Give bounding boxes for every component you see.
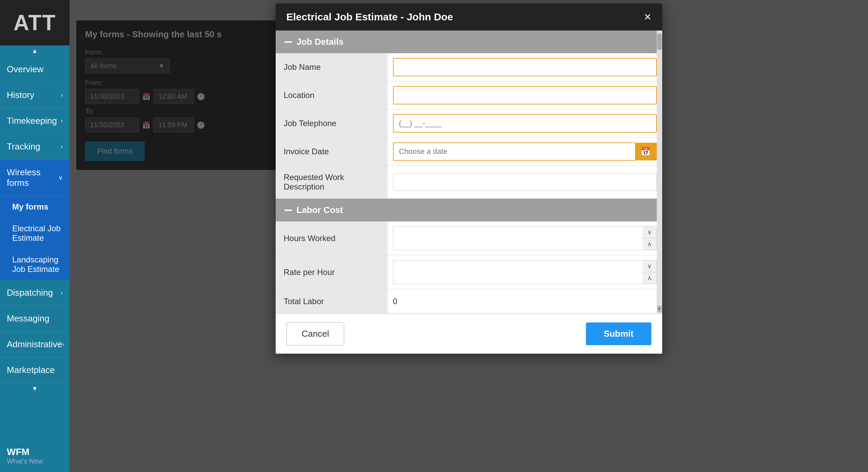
rate-per-hour-field: ∨ ∧ (388, 255, 662, 289)
sidebar-item-label: Tracking (7, 141, 40, 152)
sidebar-scroll-down[interactable]: ▼ (0, 383, 70, 394)
collapse-icon[interactable] (284, 210, 292, 211)
modal-scrollbar[interactable]: ▼ (657, 31, 662, 314)
rate-per-hour-spinner: ∨ ∧ (643, 260, 657, 284)
sidebar-item-dispatching[interactable]: Dispatching › (0, 280, 70, 306)
sidebar-item-label: History (7, 90, 34, 100)
hours-worked-field: ∨ ∧ (388, 221, 662, 255)
sidebar-sub-electrical-job-estimate[interactable]: Electrical Job Estimate (0, 218, 70, 249)
invoice-date-row: Invoice Date 📅 (276, 138, 662, 166)
invoice-date-label: Invoice Date (276, 138, 388, 165)
sidebar-bottom: WFM What's New (0, 440, 70, 472)
requested-work-label: Requested Work Description (276, 166, 388, 198)
modal-footer: Cancel Submit (276, 314, 662, 354)
rate-per-hour-up-button[interactable]: ∧ (643, 272, 656, 284)
job-telephone-label: Job Telephone (276, 110, 388, 137)
modal-dialog: Electrical Job Estimate - John Doe × Job… (276, 3, 662, 354)
sidebar-item-label: Overview (7, 64, 43, 75)
chevron-right-icon: › (61, 143, 63, 150)
main-area: My forms - Showing the last 50 s Form: A… (70, 0, 868, 472)
sidebar-sub-my-forms[interactable]: My forms (0, 196, 70, 218)
calendar-icon: 📅 (640, 147, 651, 156)
calendar-picker-button[interactable]: 📅 (635, 143, 657, 160)
chevron-right-icon: › (61, 289, 63, 296)
sidebar-item-label: Timekeeping (7, 116, 57, 126)
wfm-label: WFM (7, 447, 63, 457)
sidebar-item-history[interactable]: History › (0, 82, 70, 108)
hours-worked-input[interactable] (393, 226, 643, 250)
chevron-right-icon: › (62, 341, 64, 348)
rate-per-hour-row: Rate per Hour ∨ ∧ (276, 255, 662, 289)
sidebar-submenu-wireless-forms: My forms Electrical Job Estimate Landsca… (0, 196, 70, 280)
collapse-icon[interactable] (284, 41, 292, 43)
modal-header: Electrical Job Estimate - John Doe × (276, 3, 662, 31)
sidebar-item-marketplace[interactable]: Marketplace (0, 357, 70, 383)
sidebar-item-label: Administrative (7, 339, 62, 350)
chevron-right-icon: › (61, 92, 63, 99)
app-logo: ATT (0, 0, 70, 45)
requested-work-field (388, 166, 662, 198)
location-input[interactable] (393, 86, 657, 104)
job-details-section-header: Job Details (276, 31, 662, 53)
sidebar-item-timekeeping[interactable]: Timekeeping › (0, 108, 70, 134)
job-name-field (388, 53, 662, 81)
chevron-down-icon: ∨ (58, 174, 63, 181)
sidebar-item-tracking[interactable]: Tracking › (0, 134, 70, 160)
sidebar-item-administrative[interactable]: Administrative › (0, 332, 70, 357)
labor-cost-label: Labor Cost (297, 205, 343, 215)
location-field (388, 81, 662, 109)
submit-button[interactable]: Submit (586, 322, 651, 345)
modal-body: Job Details Job Name Location (276, 31, 662, 314)
hours-worked-row: Hours Worked ∨ ∧ (276, 221, 662, 255)
job-name-input[interactable] (393, 58, 657, 76)
rate-per-hour-down-button[interactable]: ∨ (643, 260, 656, 272)
job-telephone-field (388, 110, 662, 137)
sidebar: ATT ▲ Overview History › Timekeeping › T… (0, 0, 70, 472)
invoice-date-input[interactable] (393, 142, 635, 161)
rate-per-hour-label: Rate per Hour (276, 255, 388, 289)
modal-title: Electrical Job Estimate - John Doe (287, 11, 453, 23)
hours-worked-up-button[interactable]: ∧ (643, 238, 656, 250)
requested-work-row: Requested Work Description (276, 166, 662, 199)
rate-per-hour-input[interactable] (393, 260, 643, 284)
total-labor-field: 0 (388, 289, 662, 313)
job-name-label: Job Name (276, 53, 388, 81)
hours-worked-spinner: ∨ ∧ (643, 226, 657, 250)
job-telephone-row: Job Telephone (276, 110, 662, 138)
job-name-row: Job Name (276, 53, 662, 81)
chevron-right-icon: › (61, 117, 63, 124)
requested-work-input[interactable] (393, 173, 657, 191)
scrollbar-thumb (657, 33, 662, 50)
scroll-down-indicator[interactable]: ▼ (657, 306, 662, 312)
hours-worked-label: Hours Worked (276, 221, 388, 255)
total-labor-label: Total Labor (276, 289, 388, 313)
total-labor-row: Total Labor 0 (276, 289, 662, 314)
total-labor-value: 0 (393, 297, 397, 306)
modal-overlay: Electrical Job Estimate - John Doe × Job… (70, 0, 868, 472)
sidebar-item-label: Messaging (7, 313, 50, 324)
hours-worked-down-button[interactable]: ∨ (643, 227, 656, 238)
sidebar-sub-landscaping-job-estimate[interactable]: Landscaping Job Estimate (0, 249, 70, 280)
job-details-label: Job Details (297, 37, 344, 47)
sidebar-item-label: Dispatching (7, 288, 53, 298)
sidebar-item-overview[interactable]: Overview (0, 57, 70, 82)
sidebar-item-wireless-forms[interactable]: Wireless forms ∨ (0, 160, 70, 196)
invoice-date-field: 📅 (388, 138, 662, 165)
sidebar-item-label: Wireless forms (7, 167, 58, 188)
job-telephone-input[interactable] (393, 114, 657, 133)
modal-close-button[interactable]: × (644, 11, 651, 23)
cancel-button[interactable]: Cancel (287, 322, 344, 346)
sidebar-scroll-up[interactable]: ▲ (0, 45, 70, 57)
location-row: Location (276, 81, 662, 110)
labor-cost-section-header: Labor Cost (276, 199, 662, 221)
location-label: Location (276, 81, 388, 109)
whats-new-label: What's New (7, 457, 63, 465)
sidebar-item-label: Marketplace (7, 365, 55, 375)
sidebar-item-messaging[interactable]: Messaging (0, 306, 70, 332)
